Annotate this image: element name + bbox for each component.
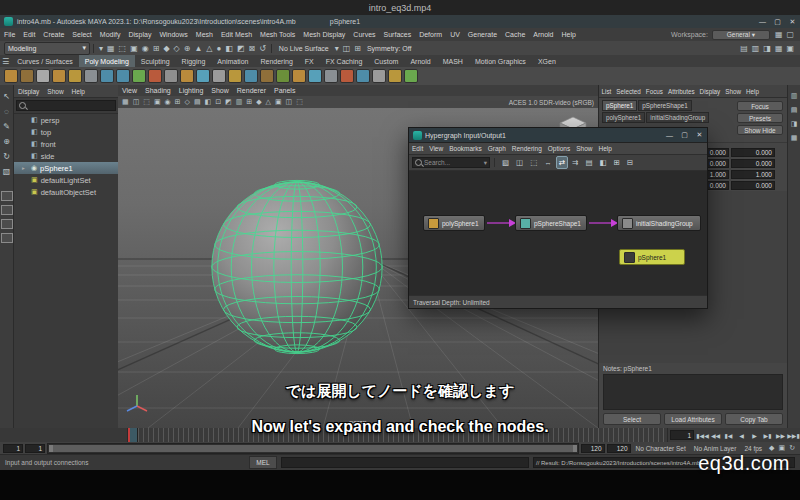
hypergraph-menu-item[interactable]: Bookmarks xyxy=(446,145,485,152)
shelf-tab[interactable]: Sculpting xyxy=(135,55,176,67)
viewport-toolbar-icon[interactable]: ◆ xyxy=(254,98,263,106)
menubar-icon[interactable]: ▢ xyxy=(784,30,796,39)
tool-icon[interactable]: ↻ xyxy=(3,149,10,164)
attribute-editor-button[interactable]: Show Hide xyxy=(737,125,783,135)
shelf-tab[interactable]: XGen xyxy=(532,55,562,67)
layout-preset-icon[interactable] xyxy=(1,233,13,243)
attribute-editor-menu-item[interactable]: Focus xyxy=(643,88,665,95)
node-psphereshape1[interactable]: pSphereShape1 xyxy=(515,215,587,231)
menu-item[interactable]: Surfaces xyxy=(380,31,416,38)
sidebar-toggle-icon[interactable]: ▣ xyxy=(784,44,796,53)
viewport-toolbar-icon[interactable]: ◉ xyxy=(163,98,173,106)
viewport-menu-item[interactable]: Renderer xyxy=(233,87,270,94)
node-initialshadinggroup[interactable]: initialShadingGroup xyxy=(617,215,701,231)
menu-item[interactable]: Display xyxy=(124,31,155,38)
viewport-menu-item[interactable]: Lighting xyxy=(175,87,208,94)
shelf-tab[interactable]: Arnold xyxy=(404,55,436,67)
layout-preset-icon[interactable] xyxy=(1,205,13,215)
hypergraph-search-input[interactable]: Search... ▾ xyxy=(412,157,490,168)
psphere-object[interactable] xyxy=(208,178,386,356)
shelf-tool-icon[interactable] xyxy=(4,69,18,83)
menu-item[interactable]: Edit xyxy=(19,31,39,38)
shelf-tab[interactable]: FX Caching xyxy=(320,55,369,67)
shelf-tool-icon[interactable] xyxy=(340,69,354,83)
playback-option-icon[interactable]: ◆ xyxy=(767,444,776,452)
attribute-editor-menu-item[interactable]: Show xyxy=(723,88,744,95)
viewport-menu-item[interactable]: Shading xyxy=(141,87,175,94)
menu-item[interactable]: Deform xyxy=(415,31,446,38)
shelf-tool-icon[interactable] xyxy=(164,69,178,83)
menu-set-select[interactable]: Modeling ▾ xyxy=(4,42,90,55)
shelf-tab[interactable]: Rigging xyxy=(176,55,212,67)
shelf-tab[interactable]: FX xyxy=(299,55,320,67)
shelf-tool-icon[interactable] xyxy=(308,69,322,83)
status-icon[interactable]: ◆ xyxy=(161,44,171,53)
panel-toggle-icon[interactable]: ▦ xyxy=(791,131,798,145)
shelf-tool-icon[interactable] xyxy=(132,69,146,83)
hypergraph-toolbar-icon[interactable]: ▤ xyxy=(582,156,595,169)
outliner-menu-item[interactable]: Help xyxy=(68,88,89,95)
node-tab[interactable]: pSphereShape1 xyxy=(638,100,692,111)
shelf-tool-icon[interactable] xyxy=(52,69,66,83)
hypergraph-menu-item[interactable]: Help xyxy=(595,145,614,152)
hypergraph-menu-item[interactable]: Rendering xyxy=(509,145,545,152)
viewport-toolbar-icon[interactable]: ⬚ xyxy=(294,98,305,106)
menu-item[interactable]: Mesh Display xyxy=(299,31,349,38)
viewport-toolbar-icon[interactable]: ◧ xyxy=(203,98,214,106)
playback-end-field[interactable]: 120 xyxy=(581,444,605,453)
viewport-toolbar-icon[interactable]: ◇ xyxy=(182,98,191,106)
outliner-item[interactable]: ◧ persp xyxy=(14,114,118,126)
outliner-item[interactable]: ◧ front xyxy=(14,138,118,150)
shelf-tool-icon[interactable] xyxy=(116,69,130,83)
shelf-tool-icon[interactable] xyxy=(36,69,50,83)
maximize-button[interactable]: ▢ xyxy=(677,129,692,142)
shelf-tool-icon[interactable] xyxy=(228,69,242,83)
status-icon[interactable]: ● xyxy=(214,44,223,53)
viewport-menu-item[interactable]: Show xyxy=(207,87,233,94)
viewport-toolbar-icon[interactable]: ⊡ xyxy=(213,98,223,106)
menu-item[interactable]: Generate xyxy=(464,31,501,38)
attribute-editor-menu-item[interactable]: Selected xyxy=(614,88,644,95)
hypergraph-toolbar-icon[interactable]: ⇄ xyxy=(556,156,568,169)
shelf-menu-icon[interactable]: ☰ xyxy=(0,57,11,66)
anim-layer-label[interactable]: No Anim Layer xyxy=(691,445,740,452)
anim-start-field[interactable]: 1 xyxy=(3,444,23,453)
outliner-item[interactable]: ▸ ◉ pSphere1 xyxy=(14,162,118,174)
status-icon[interactable]: ◩ xyxy=(235,44,247,53)
attribute-editor-button[interactable]: Presets xyxy=(737,113,783,123)
menu-item[interactable]: Cache xyxy=(501,31,529,38)
status-icon[interactable]: ⊕ xyxy=(182,44,193,53)
tool-icon[interactable]: ↖ xyxy=(3,89,10,104)
attribute-editor-button[interactable]: Focus xyxy=(737,101,783,111)
fps-label[interactable]: 24 fps xyxy=(741,445,765,452)
hypergraph-menu-item[interactable]: Options xyxy=(545,145,573,152)
status-icon[interactable]: ⊠ xyxy=(246,44,257,53)
tool-icon[interactable]: ⊕ xyxy=(3,134,10,149)
hypergraph-titlebar[interactable]: Hypergraph Input/Output1 — ▢ ✕ xyxy=(409,128,707,143)
outliner-item[interactable]: ◧ side xyxy=(14,150,118,162)
node-psphere1-selected[interactable]: pSphere1 xyxy=(619,249,685,265)
attribute-editor-menu-item[interactable]: Help xyxy=(744,88,762,95)
node-tab[interactable]: polySphere1 xyxy=(602,112,645,123)
layout-preset-icon[interactable] xyxy=(1,219,13,229)
shelf-tool-icon[interactable] xyxy=(20,69,34,83)
menu-item[interactable]: Select xyxy=(68,31,95,38)
status-icon[interactable]: ▦ xyxy=(105,44,117,53)
menu-item[interactable]: Modify xyxy=(96,31,125,38)
hypergraph-toolbar-icon[interactable]: ▧ xyxy=(499,156,512,169)
viewport-toolbar-icon[interactable]: ⬚ xyxy=(141,98,152,106)
panel-toggle-icon[interactable]: ▥ xyxy=(791,89,798,103)
shelf-tab[interactable]: Curves / Surfaces xyxy=(11,55,79,67)
viewport-toolbar-icon[interactable]: ◫ xyxy=(131,98,142,106)
expand-arrow-icon[interactable]: ▸ xyxy=(22,165,28,171)
hypergraph-menu-item[interactable]: Edit xyxy=(409,145,426,152)
tool-icon[interactable]: ◌ xyxy=(4,104,9,119)
hypergraph-toolbar-icon[interactable]: ⬚ xyxy=(527,156,540,169)
shelf-tool-icon[interactable] xyxy=(148,69,162,83)
attribute-value-field[interactable]: 1.000 xyxy=(731,170,775,179)
outliner-item[interactable]: ▣ defaultLightSet xyxy=(14,174,118,186)
menu-item[interactable]: Curves xyxy=(349,31,379,38)
workspace-select[interactable]: General ▾ xyxy=(712,30,770,40)
status-icon[interactable]: ⊞ xyxy=(151,44,162,53)
range-slider[interactable] xyxy=(47,443,579,454)
